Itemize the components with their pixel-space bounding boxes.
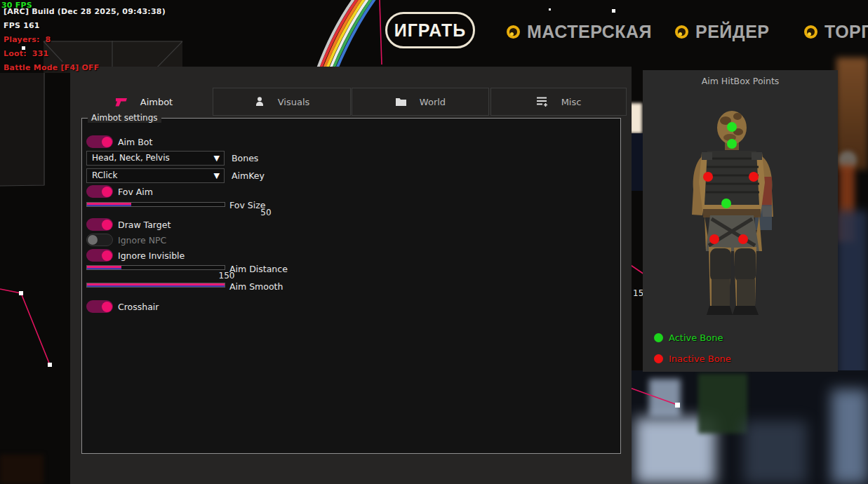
aimkey-dropdown[interactable]: RClick ▼ <box>86 168 225 183</box>
menu-item-workshop[interactable]: МАСТЕРСКАЯ <box>507 20 652 43</box>
aim-distance-label: Aim Distance <box>229 264 288 274</box>
head-bone-dot[interactable] <box>727 122 737 132</box>
fov-size-label: Fov Size <box>229 200 265 210</box>
aim-smooth-value-wrap: 15.000 <box>86 288 648 298</box>
legend-active-bone: Active Bone <box>654 332 723 343</box>
legend-label: Active Bone <box>669 332 723 343</box>
slider-fill <box>87 283 225 287</box>
legend-inactive-bone: Inactive Bone <box>654 354 731 364</box>
toggle-knob <box>102 302 112 312</box>
aim-distance-value-wrap: 150 <box>86 271 227 281</box>
toggle-knob <box>102 187 112 197</box>
tab-label: Aimbot <box>140 97 173 107</box>
battle-mode-status: Battle Mode [F4] OFF <box>4 63 99 72</box>
chevron-down-icon: ▼ <box>214 152 220 165</box>
tab-label: World <box>420 97 446 107</box>
aim-distance-slider[interactable] <box>86 265 225 270</box>
inactive-bone-dot-icon <box>654 354 663 363</box>
tab-misc[interactable]: Misc <box>490 88 627 116</box>
tab-aimbot[interactable]: Aimbot <box>75 88 213 116</box>
cheat-menu-panel: Aimbot Visuals World Misc Aimbot setting… <box>70 67 632 484</box>
menu-item-trade[interactable]: ТОРГО <box>804 20 868 43</box>
tab-world[interactable]: World <box>352 88 489 116</box>
slider-fill <box>87 266 121 269</box>
pistol-icon <box>115 96 128 107</box>
fov-aim-label: Fov Aim <box>118 187 153 197</box>
active-bone-dot-icon <box>654 333 663 342</box>
chevron-down-icon: ▼ <box>214 169 220 182</box>
ignore-invisible-label: Ignore Invisible <box>118 250 185 261</box>
right-thigh-bone-dot[interactable] <box>738 234 748 244</box>
aimkey-dropdown-value: RClick <box>92 170 117 180</box>
legend-label: Inactive Bone <box>669 354 731 364</box>
menu-item-label: ТОРГО <box>824 22 868 42</box>
fps-counter: FPS 161 <box>4 21 40 30</box>
ignore-npc-label: Ignore NPC <box>118 235 166 246</box>
left-shoulder-bone-dot[interactable] <box>703 172 713 182</box>
draw-target-label: Draw Target <box>118 220 171 230</box>
toggle-knob <box>102 220 112 230</box>
bones-label: Bones <box>232 153 258 163</box>
coin-icon <box>675 25 688 39</box>
players-counter: Players: 8 <box>4 35 51 44</box>
toggle-knob <box>102 137 112 147</box>
slider-fill <box>87 203 131 206</box>
coin-icon <box>804 25 817 39</box>
tab-label: Misc <box>561 97 582 107</box>
draw-target-toggle[interactable] <box>86 218 113 231</box>
player-model <box>643 70 838 372</box>
menu-item-label: РЕЙДЕР <box>695 22 769 42</box>
pelvis-bone-dot[interactable] <box>721 199 731 208</box>
bones-dropdown-value: Head, Neck, Pelvis <box>92 153 170 163</box>
menu-item-raider[interactable]: РЕЙДЕР <box>675 20 769 43</box>
tab-label: Visuals <box>278 97 310 107</box>
menu-item-label: МАСТЕРСКАЯ <box>527 22 652 42</box>
fov-size-slider[interactable] <box>86 202 225 207</box>
hitbox-panel: Aim HitBox Points <box>643 70 838 372</box>
tab-visuals[interactable]: Visuals <box>213 88 351 116</box>
screen: 30 FPS [ARC] Build (Dec 28 2025, 09:43:3… <box>0 0 868 484</box>
toggle-knob <box>102 250 112 261</box>
left-thigh-bone-dot[interactable] <box>709 234 719 244</box>
build-info: [ARC] Build (Dec 28 2025, 09:43:38) <box>4 7 166 16</box>
fov-aim-toggle[interactable] <box>86 185 113 198</box>
ignore-npc-toggle[interactable] <box>86 234 113 246</box>
person-icon <box>254 96 265 107</box>
loot-counter: Loot: 331 <box>4 49 48 58</box>
play-button[interactable]: ИГРАТЬ <box>385 12 475 48</box>
crosshair-toggle[interactable] <box>86 300 113 313</box>
section-title: Aimbot settings <box>88 113 161 123</box>
toggle-knob <box>88 235 98 245</box>
bones-dropdown[interactable]: Head, Neck, Pelvis ▼ <box>86 151 225 166</box>
aimkey-label: AimKey <box>232 170 265 181</box>
aim-smooth-slider[interactable] <box>86 283 225 288</box>
right-shoulder-bone-dot[interactable] <box>749 172 759 182</box>
aim-bot-toggle[interactable] <box>86 135 113 148</box>
coin-icon <box>507 25 520 39</box>
crosshair-label: Crosshair <box>118 302 159 312</box>
aim-smooth-label: Aim Smooth <box>229 281 283 292</box>
ignore-invisible-toggle[interactable] <box>86 249 113 262</box>
folder-icon <box>395 97 407 107</box>
aim-bot-label: Aim Bot <box>118 137 152 147</box>
playlist-add-icon <box>536 96 549 107</box>
neck-bone-dot[interactable] <box>727 139 737 149</box>
